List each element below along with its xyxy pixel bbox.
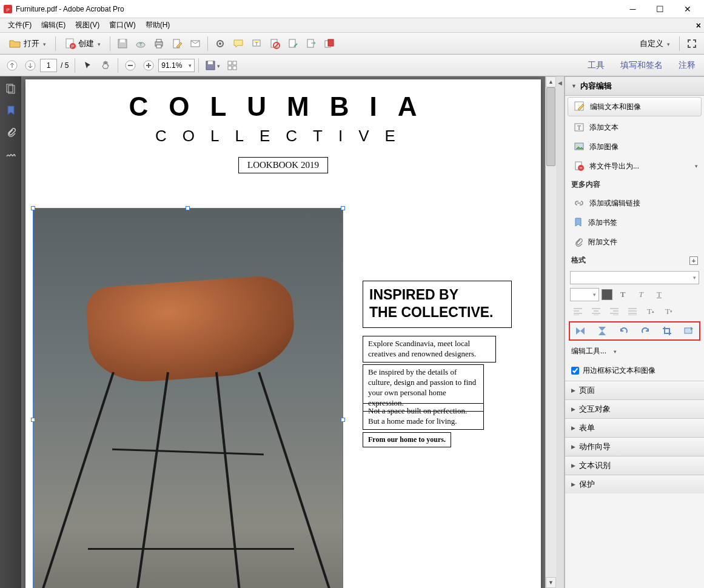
section-text-recog[interactable]: ▶文本识别 [565,456,704,475]
font-family-select[interactable]: ▾ [570,271,699,284]
flip-vertical-button[interactable] [573,325,588,337]
combine-button[interactable] [321,35,338,52]
panel-collapse-button[interactable]: ◀ [556,76,565,588]
italic-button[interactable]: T [633,288,649,301]
annotate-link[interactable]: 注释 [674,58,700,73]
section-form[interactable]: ▶表单 [565,418,704,437]
minimize-button[interactable]: ─ [619,1,646,18]
save-button[interactable] [114,35,131,52]
selected-image-frame[interactable] [33,208,343,588]
signatures-panel-button[interactable] [4,147,18,161]
thumbnails-panel-button[interactable] [4,81,18,96]
menu-window[interactable]: 窗口(W) [104,18,140,32]
item-edit-text-image[interactable]: 编辑文本和图像 [568,97,702,116]
menu-view[interactable]: 视图(V) [70,18,104,32]
pdf-page[interactable]: COLUMBIA COLLECTIVE LOOKBOOK 2019 [25,79,541,588]
highlight-button[interactable]: T [248,35,265,52]
rotate-ccw-button[interactable] [617,325,631,337]
menu-file[interactable]: 文件(F) [3,18,36,32]
section-protect[interactable]: ▶保护 [565,475,704,493]
align-center-button[interactable] [588,305,604,318]
resize-handle-tl[interactable] [31,206,35,210]
toolbar-main: 打开 P 创建 T 自定义 [0,33,704,55]
resize-handle-ml[interactable] [31,418,35,422]
scan-button[interactable] [284,35,301,52]
scroll-down-arrow[interactable]: ▼ [546,577,556,588]
page-number-input[interactable] [40,59,57,72]
disk-icon [205,60,216,71]
rotate-cw-button[interactable] [638,325,652,337]
align-justify-button[interactable] [625,305,640,318]
section-action-guide[interactable]: ▶动作向导 [565,437,704,456]
format-expand-button[interactable]: + [689,256,698,265]
mark-boxes-row[interactable]: 用边框标记文本和图像 [565,361,704,381]
thumbnails-button[interactable] [224,57,241,74]
stamp-button[interactable] [266,35,283,52]
font-size-select[interactable]: ▾ [570,288,599,301]
next-page-button[interactable] [22,57,39,74]
create-button[interactable]: P 创建 [59,35,106,52]
close-button[interactable]: ✕ [674,1,701,18]
page-total-label: / 5 [58,61,71,70]
tools-link[interactable]: 工具 [583,58,609,73]
attachments-panel-button[interactable] [4,125,18,139]
item-export-as[interactable]: 将文件导出为... ▾ [565,156,704,176]
menu-close-x[interactable]: × [696,21,701,30]
customize-button[interactable]: 自定义 [634,35,676,52]
export-button[interactable] [303,35,320,52]
edit-doc-button[interactable] [169,35,186,52]
resize-handle-tm[interactable] [186,206,190,210]
underline-button[interactable]: T [651,288,667,301]
item-attach-file[interactable]: 附加文件 [565,232,704,252]
crop-button[interactable] [660,325,674,337]
create-pdf-icon: P [65,38,76,49]
hand-tool[interactable] [97,57,114,74]
print-button[interactable] [150,35,167,52]
zoom-in-button[interactable] [140,57,157,74]
replace-image-button[interactable] [682,325,696,337]
fullscreen-button[interactable] [683,35,700,52]
mark-boxes-checkbox[interactable] [571,367,579,375]
menu-edit[interactable]: 编辑(E) [36,18,70,32]
link-icon [574,198,585,209]
vertical-scrollbar[interactable]: ▲ ▼ [545,76,556,588]
cloud-button[interactable] [132,35,149,52]
document-viewport: COLUMBIA COLLECTIVE LOOKBOOK 2019 [21,76,556,588]
subscript-button[interactable]: T▾ [661,305,677,318]
select-tool[interactable] [79,57,96,74]
zoom-select[interactable]: 91.1%▾ [158,59,195,72]
attach-icon [574,236,583,247]
item-add-text[interactable]: T 添加文本 [565,118,704,137]
export-icon [306,38,317,49]
gear-button[interactable] [212,35,229,52]
resize-handle-mr[interactable] [341,418,345,422]
prev-page-button[interactable] [4,57,21,74]
scroll-up-arrow[interactable]: ▲ [546,76,556,87]
scroll-track[interactable] [546,87,556,577]
item-add-image[interactable]: 添加图像 [565,137,704,156]
scroll-thumb[interactable] [546,87,555,166]
section-page[interactable]: ▶页面 [565,381,704,399]
item-add-edit-link[interactable]: 添加或编辑链接 [565,193,704,213]
email-button[interactable] [187,35,204,52]
bookmarks-panel-button[interactable] [4,103,18,118]
font-color-swatch[interactable] [602,289,612,300]
zoom-out-button[interactable] [122,57,139,74]
flip-horizontal-button[interactable] [595,325,609,337]
bold-button[interactable]: T [615,288,631,301]
comment-button[interactable] [230,35,247,52]
align-right-button[interactable] [606,305,622,318]
section-interactive[interactable]: ▶交互对象 [565,399,704,418]
superscript-button[interactable]: T▴ [643,305,659,318]
align-left-button[interactable] [570,305,586,318]
item-add-bookmark[interactable]: 添加书签 [565,213,704,232]
item-edit-tools[interactable]: 编辑工具... ▾ [565,342,704,361]
stamp-deny-icon [269,38,280,49]
maximize-button[interactable]: ☐ [646,1,674,18]
menu-help[interactable]: 帮助(H) [141,18,175,32]
save-copy-button[interactable] [203,57,223,74]
resize-handle-tr[interactable] [341,206,345,210]
section-content-edit[interactable]: ▼内容编辑 [565,76,704,96]
fill-sign-link[interactable]: 填写和签名 [615,58,668,73]
open-button[interactable]: 打开 [4,35,52,52]
